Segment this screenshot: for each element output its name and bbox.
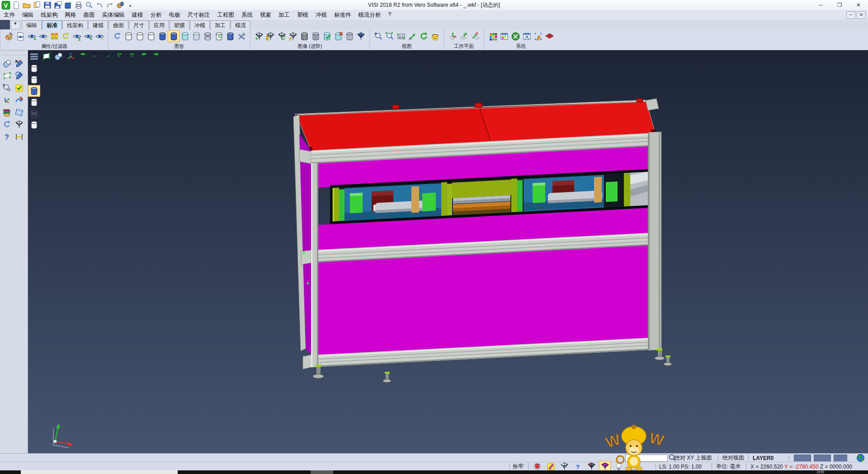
eye-plus-icon[interactable]: + (26, 31, 37, 42)
menu-?[interactable]: ? (385, 11, 395, 19)
child-window-button[interactable]: ─ (846, 11, 855, 19)
fit-view-icon[interactable] (1, 70, 12, 81)
tab-模流[interactable]: 模流 (231, 20, 250, 29)
cylinder-blue-icon[interactable] (28, 85, 40, 96)
cube-front-icon[interactable] (90, 51, 101, 62)
system-tools-icon[interactable] (510, 31, 521, 42)
absolute-view-label[interactable]: 绝对视图 (722, 454, 744, 462)
check-yellow-icon[interactable] (14, 82, 24, 93)
menu-分析[interactable]: 分析 (147, 11, 165, 19)
cylinder-refresh-icon[interactable] (213, 31, 224, 42)
pan-arrow-icon[interactable] (407, 31, 418, 42)
snap-hand-icon[interactable] (533, 31, 543, 42)
taskbar-app-button[interactable] (21, 470, 178, 474)
eye-minus-icon[interactable]: − (38, 31, 48, 42)
cylinder-wire-icon[interactable] (202, 31, 213, 42)
measure-icon[interactable] (14, 131, 24, 142)
3d-viewport[interactable] (28, 50, 868, 453)
cylinder-outline-icon[interactable] (123, 31, 134, 42)
seal-icon[interactable] (116, 0, 125, 9)
zoom-plus-icon[interactable]: + (373, 31, 384, 42)
sphere-zoom-icon[interactable] (53, 51, 64, 62)
redo-icon[interactable] (105, 0, 114, 9)
cube-iso-icon[interactable] (138, 51, 150, 62)
menu-建模[interactable]: 建模 (128, 11, 147, 19)
cube-back-icon[interactable] (102, 51, 113, 62)
pencil-delete-icon[interactable] (14, 58, 24, 69)
tab-应用[interactable]: 应用 (149, 20, 169, 29)
menu-系统[interactable]: 系统 (238, 11, 256, 19)
undo-icon[interactable] (95, 0, 104, 9)
save-disk-icon[interactable] (43, 0, 52, 9)
fit-view-icon[interactable] (41, 51, 52, 62)
books-palette-icon[interactable] (1, 107, 12, 118)
zoom-cube-icon[interactable]: ± (1, 82, 12, 93)
globe-icon[interactable] (856, 454, 865, 462)
minimize-button[interactable]: ─ (811, 0, 830, 10)
tab-塑膜[interactable]: 塑膜 (170, 20, 189, 29)
cylinder-outline-icon[interactable] (28, 63, 40, 74)
cylinder-blue-icon[interactable] (157, 31, 168, 42)
menu-塑模[interactable]: 塑模 (293, 11, 312, 19)
cube-top-icon[interactable] (77, 51, 89, 62)
traffic-light-icon[interactable] (49, 31, 60, 42)
eye-add-icon[interactable]: + (83, 31, 94, 42)
menu-burger-icon[interactable] (28, 51, 40, 62)
menu-尺寸标注[interactable]: 尺寸标注 (184, 11, 214, 19)
cube-right-icon[interactable] (126, 51, 137, 62)
view-mode-label[interactable]: 绝对 XY 上视图 (675, 454, 712, 462)
new-doc-icon[interactable] (12, 0, 21, 9)
palette-edit-icon[interactable] (4, 31, 14, 42)
grid-red-icon[interactable] (544, 31, 555, 42)
menu-曲面[interactable]: 曲面 (80, 11, 99, 19)
menu-加工[interactable]: 加工 (275, 11, 293, 19)
open-folder-icon[interactable] (22, 0, 31, 9)
tab-线架构[interactable]: 线架构 (62, 20, 88, 29)
doc-copy-icon[interactable] (33, 0, 42, 9)
cylinder-blue-icon[interactable] (168, 31, 179, 42)
tab-建模[interactable]: 建模 (88, 20, 108, 29)
cylinder-check-icon[interactable] (321, 31, 332, 42)
lock-label[interactable]: 拴牢 (513, 462, 524, 471)
child-window-button[interactable]: ✕ (857, 11, 866, 19)
color-swatches[interactable] (794, 454, 850, 462)
window-grid-icon[interactable] (14, 107, 24, 118)
curve-pencil-icon[interactable] (14, 95, 24, 105)
print-icon[interactable] (74, 0, 83, 9)
cylinder-outline-icon[interactable] (134, 31, 145, 42)
menu-电极[interactable]: 电极 (165, 11, 184, 19)
tools-cross-icon[interactable] (236, 31, 247, 42)
menu-编辑[interactable]: 编辑 (19, 11, 37, 19)
sphere-zoom-icon[interactable] (1, 58, 12, 69)
tab-dropdown-caret[interactable]: ▼ (11, 21, 20, 29)
tab-编辑[interactable]: 编辑 (22, 20, 42, 29)
menu-冲模[interactable]: 冲模 (312, 11, 330, 19)
menu-工程图[interactable]: 工程图 (214, 11, 238, 19)
refresh-blue-icon[interactable] (1, 119, 12, 130)
workplane-axis-icon[interactable] (447, 31, 458, 42)
preview-icon[interactable] (85, 0, 94, 9)
tab-曲面[interactable]: 曲面 (108, 20, 128, 29)
save-export-icon[interactable] (64, 0, 73, 9)
cylinder-flag-icon[interactable] (333, 31, 344, 42)
eye-smiley-icon[interactable] (429, 31, 440, 42)
menu-标准件[interactable]: 标准件 (330, 11, 355, 19)
eye-plusminus-icon[interactable]: ± (71, 31, 82, 42)
layer-indicator[interactable]: LAYER0 (753, 454, 774, 462)
visi-logo-icon[interactable]: V (1, 0, 10, 9)
axis-move-icon[interactable] (1, 95, 12, 105)
pencil-circle-icon[interactable] (14, 70, 24, 81)
cylinder-cyan-icon[interactable] (179, 31, 190, 42)
tab-尺寸[interactable]: 尺寸 (129, 20, 149, 29)
zoom-window-icon[interactable] (384, 31, 395, 42)
question-icon[interactable]: ? (1, 131, 12, 142)
eye-remove-icon[interactable]: − (94, 31, 105, 42)
cube-left-icon[interactable] (114, 51, 125, 62)
cylinder-striped2-icon[interactable] (310, 31, 321, 42)
cube-plusminus-icon[interactable]: ± (288, 31, 298, 42)
cylinder-outline-icon[interactable] (28, 74, 40, 85)
close-button[interactable]: ✕ (849, 0, 868, 10)
window-tools-icon[interactable] (521, 31, 532, 42)
cube-gray-icon[interactable] (14, 119, 24, 130)
refresh-filter-icon[interactable] (60, 31, 71, 42)
